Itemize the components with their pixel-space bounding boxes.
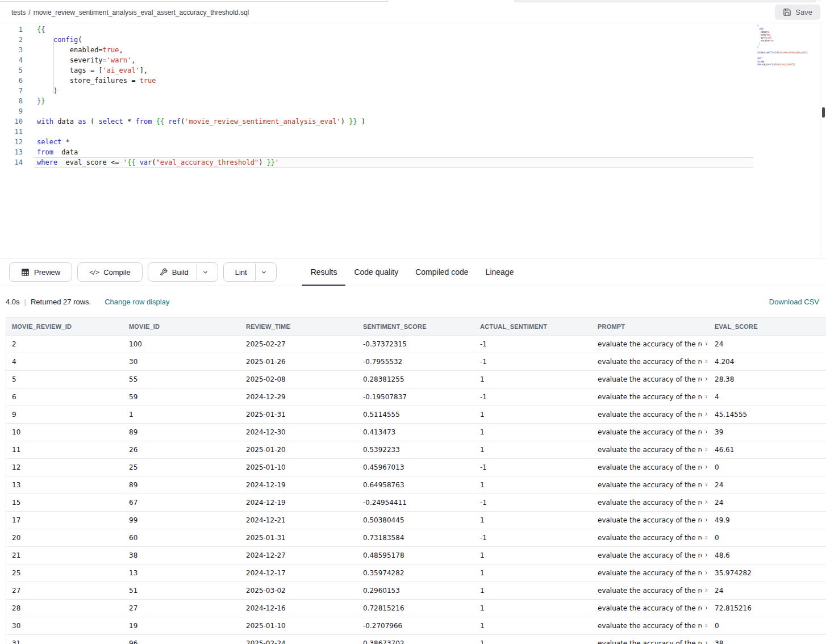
download-csv-link[interactable]: Download CSV <box>769 298 819 306</box>
minimap[interactable]: 1{{2 config(3 enabled=true,4 severity='w… <box>757 24 818 77</box>
code-line[interactable]: 14where eval_score <= '{{ var("eval_accu… <box>757 63 818 66</box>
code-line[interactable]: 10with data as ( select * from {{ ref('m… <box>0 116 826 127</box>
table-cell: 2024-12-27 <box>240 551 357 559</box>
code-area[interactable]: 1{{2 config(3 enabled=true,4 severity='w… <box>0 23 826 168</box>
tab-results[interactable]: Results <box>302 258 346 286</box>
breadcrumb: tests / movie_review_sentiment_analysis_… <box>11 9 249 16</box>
table-cell: 13 <box>6 481 123 489</box>
chevron-right-icon[interactable] <box>704 622 709 630</box>
breadcrumb-folder[interactable]: tests <box>11 9 26 16</box>
chevron-right-icon[interactable] <box>704 446 709 454</box>
code-line[interactable]: 2 config( <box>0 35 826 45</box>
chevron-right-icon[interactable] <box>704 569 709 577</box>
code-line[interactable]: 1{{ <box>0 24 826 35</box>
chevron-right-icon[interactable] <box>704 358 709 366</box>
table-cell: 0.413473 <box>357 428 474 436</box>
lint-dropdown[interactable] <box>255 264 273 281</box>
code-line[interactable]: 11 <box>0 127 826 137</box>
table-cell: 31 <box>6 639 123 644</box>
chevron-right-icon[interactable] <box>704 463 709 471</box>
chevron-right-icon[interactable] <box>704 551 709 559</box>
code-editor[interactable]: 1{{2 config(3 enabled=true,4 severity='w… <box>0 23 826 258</box>
code-line-text <box>23 106 37 116</box>
table-row: 912025-01-310.51145551evaluate the accur… <box>6 406 826 424</box>
chevron-right-icon[interactable] <box>704 639 709 644</box>
chevron-right-icon[interactable] <box>704 340 709 348</box>
prompt-cell: evaluate the accuracy of the res… <box>592 358 709 366</box>
eval-score-cell: 24 <box>709 499 826 507</box>
table-cell: 1 <box>474 587 592 595</box>
eval-score-cell: 4 <box>709 393 826 401</box>
table-row: 15672024-12-19-0.24954411-1evaluate the … <box>6 494 826 512</box>
wrench-icon <box>160 268 168 276</box>
code-line-text: severity='warn', <box>23 55 135 65</box>
prompt-cell: evaluate the accuracy of the res… <box>592 604 709 612</box>
code-line[interactable]: 6 store_failures = true <box>0 76 826 86</box>
line-number: 9 <box>0 106 23 116</box>
change-row-display-link[interactable]: Change row display <box>105 298 169 306</box>
chevron-right-icon[interactable] <box>704 481 709 489</box>
build-button-label: Build <box>172 268 189 277</box>
code-line-text: with data as ( select * from {{ ref('mov… <box>23 116 365 127</box>
tab-compiled-code[interactable]: Compiled code <box>407 258 477 286</box>
code-line-text: from data <box>23 147 78 157</box>
table-row: 21002025-02-27-0.37372315-1evaluate the … <box>6 336 826 353</box>
table-cell: 1 <box>474 569 592 577</box>
build-button[interactable]: Build <box>148 262 218 282</box>
column-header-eval_score: EVAL_SCORE <box>709 323 826 330</box>
table-cell: -0.37372315 <box>357 340 474 348</box>
code-line[interactable]: 4 severity='warn', <box>0 55 826 65</box>
table-cell: 5 <box>6 375 123 383</box>
table-cell: 2025-01-10 <box>240 622 357 630</box>
tab-code-quality[interactable]: Code quality <box>345 258 407 286</box>
table-row: 27512025-03-020.29601531evaluate the acc… <box>6 582 826 600</box>
table-row: 31962025-02-240.386737021evaluate the ac… <box>6 635 826 644</box>
table-cell: 38 <box>123 551 240 559</box>
table-cell: 0.5392233 <box>357 446 474 454</box>
table-header-row: MOVIE_REVIEW_IDMOVIE_IDREVIEW_TIMESENTIM… <box>6 317 826 336</box>
prompt-cell: evaluate the accuracy of the res… <box>592 587 709 595</box>
chevron-right-icon[interactable] <box>704 499 709 507</box>
chevron-right-icon[interactable] <box>704 516 709 524</box>
table-row: 17992024-12-210.503804451evaluate the ac… <box>6 512 826 529</box>
chevron-right-icon[interactable] <box>704 534 709 542</box>
chevron-right-icon[interactable] <box>704 604 709 612</box>
prompt-cell: evaluate the accuracy of the res… <box>592 481 709 489</box>
code-line-text: enabled=true, <box>23 45 123 55</box>
code-line[interactable]: 5 tags = ['ai_eval'], <box>0 65 826 76</box>
code-line[interactable]: 9 <box>0 106 826 116</box>
chevron-right-icon[interactable] <box>704 587 709 595</box>
code-line[interactable]: 12select * <box>0 137 826 147</box>
table-cell: 1 <box>474 446 592 454</box>
save-button[interactable]: Save <box>775 5 820 20</box>
table-row: 20602025-01-310.73183584-1evaluate the a… <box>6 529 826 547</box>
code-line[interactable]: 3 enabled=true, <box>0 45 826 55</box>
code-line[interactable]: 7 ) <box>0 86 826 96</box>
chevron-right-icon[interactable] <box>704 393 709 401</box>
table-cell: 0.35974282 <box>357 569 474 577</box>
column-header-review_time: REVIEW_TIME <box>240 323 357 330</box>
table-cell: 2025-01-31 <box>240 534 357 542</box>
chevron-down-icon <box>261 269 267 275</box>
eval-score-cell: 45.14555 <box>709 411 826 419</box>
lint-button[interactable]: Lint <box>223 262 277 282</box>
table-cell: -0.7955532 <box>357 358 474 366</box>
code-line[interactable]: 13from data <box>0 147 826 157</box>
compile-button[interactable]: </> Compile <box>77 262 143 282</box>
table-icon <box>21 268 30 277</box>
tab-lineage[interactable]: Lineage <box>477 258 523 286</box>
chevron-right-icon[interactable] <box>704 428 709 436</box>
eval-score-cell: 0 <box>709 463 826 471</box>
code-line[interactable]: 8}} <box>0 96 826 106</box>
chevron-right-icon[interactable] <box>704 411 709 419</box>
window-top-edge <box>0 0 826 2</box>
code-line[interactable]: 14where eval_score <= '{{ var("eval_accu… <box>0 157 826 168</box>
code-line-text: tags = ['ai_eval'], <box>23 65 148 76</box>
prompt-text: evaluate the accuracy of the res… <box>598 587 702 595</box>
inactive-tab-edge[interactable] <box>514 0 816 2</box>
table-cell: 2025-01-20 <box>240 446 357 454</box>
chevron-right-icon[interactable] <box>704 375 709 383</box>
prompt-text: evaluate the accuracy of the res… <box>598 516 702 524</box>
build-dropdown[interactable] <box>197 264 214 281</box>
preview-button[interactable]: Preview <box>9 262 72 282</box>
